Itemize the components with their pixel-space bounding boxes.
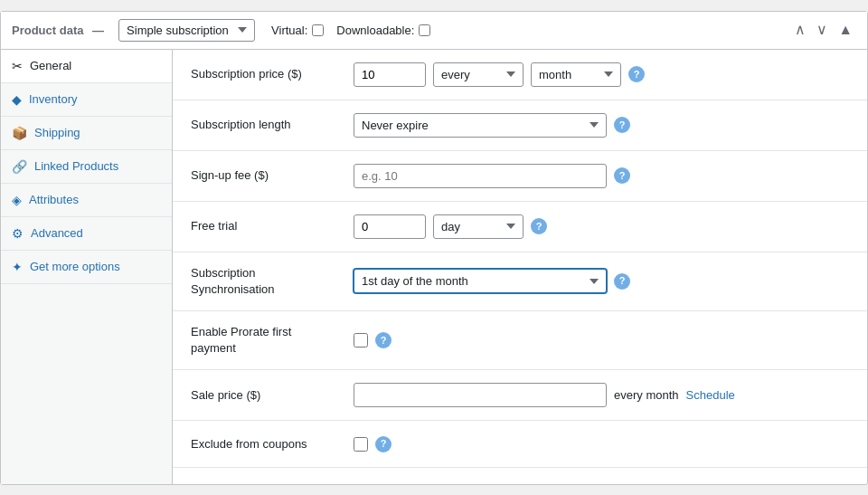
exclude-coupons-controls: ? bbox=[354, 436, 849, 452]
sidebar-item-advanced[interactable]: ⚙ Advanced bbox=[1, 217, 172, 251]
subscription-length-label: Subscription length bbox=[191, 117, 354, 133]
sidebar-item-get-more-options-label: Get more options bbox=[30, 260, 120, 273]
downloadable-label[interactable]: Downloadable: bbox=[336, 24, 430, 37]
exclude-coupons-label: Exclude from coupons bbox=[191, 436, 354, 452]
exclude-coupons-row: Exclude from coupons ? bbox=[173, 421, 867, 468]
main-content: Subscription price ($) every every 2 eve… bbox=[173, 50, 867, 484]
free-trial-label: Free trial bbox=[191, 218, 354, 234]
subscription-price-controls: every every 2 every 3 day week month yea… bbox=[354, 62, 849, 87]
product-type-select[interactable]: Simple subscription bbox=[118, 19, 255, 42]
sidebar-item-shipping-label: Shipping bbox=[34, 126, 80, 139]
sidebar-item-get-more-options[interactable]: ✦ Get more options bbox=[1, 251, 172, 284]
header-separator: — bbox=[92, 24, 104, 37]
free-trial-controls: day week month year ? bbox=[354, 214, 849, 239]
subscription-length-row: Subscription length Never expire 1 month… bbox=[173, 100, 867, 151]
sidebar-item-attributes-label: Attributes bbox=[29, 193, 79, 206]
inventory-icon: ◆ bbox=[12, 92, 22, 107]
subscription-length-select[interactable]: Never expire 1 month 2 months 3 months 6… bbox=[354, 113, 607, 138]
sidebar-item-linked-products[interactable]: 🔗 Linked Products bbox=[1, 150, 172, 184]
subscription-price-label: Subscription price ($) bbox=[191, 66, 354, 82]
subscription-price-row: Subscription price ($) every every 2 eve… bbox=[173, 50, 867, 100]
subscription-length-help-icon[interactable]: ? bbox=[614, 117, 630, 133]
product-data-title: Product data — bbox=[12, 24, 109, 37]
subscription-sync-row: Subscription Synchronisation Do not sync… bbox=[173, 252, 867, 311]
prorate-row: Enable Prorate first payment ? bbox=[173, 311, 867, 370]
sidebar: ✂ General ◆ Inventory 📦 Shipping 🔗 Linke… bbox=[1, 50, 173, 484]
virtual-label-text: Virtual: bbox=[271, 24, 307, 37]
prorate-controls: ? bbox=[354, 332, 849, 348]
sale-price-label: Sale price ($) bbox=[191, 388, 354, 402]
signup-fee-controls: ? bbox=[354, 164, 849, 188]
sidebar-item-general[interactable]: ✂ General bbox=[1, 50, 172, 83]
header-title-text: Product data bbox=[12, 24, 83, 37]
product-data-body: ✂ General ◆ Inventory 📦 Shipping 🔗 Linke… bbox=[1, 50, 867, 484]
virtual-checkbox[interactable] bbox=[312, 24, 324, 36]
subscription-sync-label: Subscription Synchronisation bbox=[191, 265, 354, 298]
virtual-downloadable-section: Virtual: Downloadable: bbox=[271, 24, 430, 37]
attributes-icon: ◈ bbox=[12, 193, 22, 207]
subscription-every-select[interactable]: every every 2 every 3 bbox=[433, 62, 524, 87]
signup-fee-label: Sign-up fee ($) bbox=[191, 167, 354, 184]
sidebar-item-shipping[interactable]: 📦 Shipping bbox=[1, 117, 172, 150]
free-trial-input[interactable] bbox=[354, 214, 426, 239]
free-trial-period-select[interactable]: day week month year bbox=[433, 214, 524, 239]
shipping-icon: 📦 bbox=[12, 126, 27, 140]
prorate-help-icon[interactable]: ? bbox=[375, 332, 392, 348]
sale-price-row: Sale price ($) every month Schedule bbox=[173, 370, 867, 421]
signup-fee-row: Sign-up fee ($) ? bbox=[173, 151, 867, 202]
schedule-link[interactable]: Schedule bbox=[686, 388, 735, 402]
sale-price-input[interactable] bbox=[354, 383, 607, 407]
subscription-price-help-icon[interactable]: ? bbox=[628, 66, 645, 82]
link-icon: 🔗 bbox=[12, 159, 27, 174]
arrow-down-button[interactable]: ∨ bbox=[813, 21, 831, 39]
sidebar-item-inventory-label: Inventory bbox=[29, 92, 77, 106]
wrench-icon: ✂ bbox=[12, 59, 23, 73]
subscription-length-controls: Never expire 1 month 2 months 3 months 6… bbox=[354, 113, 849, 138]
sale-price-suffix: every month bbox=[614, 388, 679, 402]
subscription-sync-controls: Do not synchronise 1st day of the month … bbox=[354, 269, 849, 293]
header-arrows: ∧ ∨ ▲ bbox=[791, 21, 856, 39]
advanced-icon: ⚙ bbox=[12, 226, 24, 241]
signup-fee-input[interactable] bbox=[354, 164, 607, 188]
virtual-label[interactable]: Virtual: bbox=[271, 24, 324, 37]
free-trial-help-icon[interactable]: ? bbox=[531, 218, 547, 234]
sidebar-item-general-label: General bbox=[30, 59, 71, 72]
subscription-period-select[interactable]: day week month year bbox=[531, 62, 621, 87]
subscription-price-input[interactable] bbox=[354, 62, 426, 87]
subscription-sync-help-icon[interactable]: ? bbox=[614, 273, 630, 290]
signup-fee-help-icon[interactable]: ? bbox=[614, 167, 630, 184]
get-more-icon: ✦ bbox=[12, 260, 23, 274]
collapse-button[interactable]: ▲ bbox=[835, 21, 856, 39]
sidebar-item-linked-products-label: Linked Products bbox=[34, 159, 118, 173]
sale-price-controls: every month Schedule bbox=[354, 383, 849, 407]
subscription-sync-select[interactable]: Do not synchronise 1st day of the month … bbox=[354, 269, 607, 293]
prorate-checkbox[interactable] bbox=[354, 333, 368, 347]
free-trial-row: Free trial day week month year ? bbox=[173, 202, 867, 252]
downloadable-label-text: Downloadable: bbox=[336, 24, 414, 37]
arrow-up-button[interactable]: ∧ bbox=[791, 21, 809, 39]
exclude-coupons-help-icon[interactable]: ? bbox=[375, 436, 392, 452]
sidebar-item-inventory[interactable]: ◆ Inventory bbox=[1, 83, 172, 117]
exclude-coupons-checkbox[interactable] bbox=[354, 437, 368, 452]
sidebar-item-attributes[interactable]: ◈ Attributes bbox=[1, 184, 172, 217]
downloadable-checkbox[interactable] bbox=[419, 24, 430, 36]
product-data-header: Product data — Simple subscription Virtu… bbox=[1, 12, 867, 50]
sidebar-item-advanced-label: Advanced bbox=[31, 226, 83, 240]
prorate-label: Enable Prorate first payment bbox=[191, 324, 354, 357]
product-data-panel: Product data — Simple subscription Virtu… bbox=[0, 11, 868, 485]
